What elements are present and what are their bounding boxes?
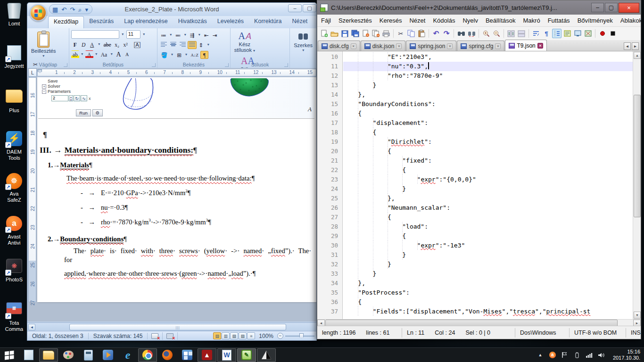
scroll-up-arrow[interactable]: ▲ [634, 52, 641, 59]
office-button[interactable] [30, 4, 47, 21]
find-button[interactable]: Szerkes ▾ [292, 30, 314, 53]
tab-scroll-left-arrow[interactable]: ◄ [624, 42, 631, 50]
web-layout-view-button[interactable]: ▧ [230, 332, 238, 339]
zoom-level[interactable]: 100% [255, 333, 277, 339]
change-case-dropdown-icon[interactable]: ▾ [109, 50, 114, 58]
numbering-button[interactable]: ≕ [174, 31, 182, 39]
word-wrap-icon[interactable] [531, 29, 541, 38]
draft-view-button[interactable]: ≡ [247, 332, 255, 339]
menu-f-jl[interactable]: Fájl [317, 15, 335, 26]
ribbon-tab-n-zet[interactable]: Nézet [287, 16, 313, 28]
menu-futtat-s[interactable]: Futtatás [544, 15, 574, 26]
npp-maximize-button[interactable]: ▢ [605, 3, 618, 12]
sort-button[interactable]: A↓Z [190, 51, 200, 59]
npp-vertical-scrollbar[interactable]: ▲ ▼ [633, 51, 641, 319]
npp-titlebar[interactable]: C:\Users\Bereczki\Documents\Feel++2\Doku… [317, 0, 641, 15]
document-area[interactable]: 161718192021222324252627 Save+Solver−Par… [27, 77, 316, 321]
taskbar-calc-shortcut[interactable] [79, 348, 98, 362]
zoom-slider-handle[interactable] [299, 333, 304, 339]
desktop-icon-avast[interactable]: a↗Avast Antivi [1, 215, 27, 246]
highlight-dropdown-icon[interactable]: ▾ [80, 50, 85, 58]
strikethrough-button[interactable]: abe [102, 41, 113, 49]
font-dialog-launcher[interactable] [152, 63, 156, 67]
desktop-icon-recycle[interactable]: Lomt [1, 3, 27, 27]
close-all-icon[interactable] [371, 29, 380, 38]
npp-vscroll-thumb[interactable] [634, 95, 641, 217]
scroll-down-arrow[interactable]: ▼ [634, 312, 641, 319]
insert-mode[interactable]: INS [626, 328, 644, 337]
ribbon-tab-lap-elrendez-se[interactable]: Lap elrendezése [119, 16, 173, 28]
text-highlight-button[interactable]: ab [71, 50, 79, 58]
macro-stop-icon[interactable] [608, 29, 618, 38]
document-page[interactable]: Save+Solver−Parameters 2 ▴▾ ↻ ∿ x Run ⚙ [37, 77, 316, 302]
tab-close-icon[interactable]: × [447, 43, 453, 49]
scroll-left-arrow[interactable]: ◄ [28, 324, 35, 330]
npp-tab-spring-cfg[interactable]: spring.cfg× [457, 41, 504, 51]
start-button[interactable] [0, 348, 19, 362]
npp-editor[interactable]: 1011121314151617181920212223242526272829… [317, 51, 641, 319]
italic-button[interactable]: D [80, 41, 88, 49]
word-hscroll-thumb[interactable]: ||| [69, 324, 286, 330]
bullets-button[interactable]: ≔ [159, 31, 168, 39]
fullscreen-view-button[interactable]: ▥ [222, 332, 230, 339]
taskbar-clock[interactable]: 15:162017.10.30. [610, 349, 640, 361]
desktop-icon-totalcmd[interactable]: ≣↗Tota Comma [1, 300, 27, 332]
new-file-icon[interactable] [319, 29, 329, 38]
open-folder-icon[interactable] [330, 29, 339, 38]
ribbon-tab-levelez-s[interactable]: Levelezés [212, 16, 249, 28]
paste-button[interactable]: Beillesztés ▾ [29, 30, 58, 59]
zoom-in-icon[interactable] [481, 29, 491, 38]
menu-nyelv[interactable]: Nyelv [459, 15, 482, 26]
ribbon-tab-korrekt-ra[interactable]: Korrektúra [249, 16, 287, 28]
line-spacing-button[interactable]: ⇕ [197, 41, 205, 49]
spellcheck-status[interactable] [148, 332, 163, 340]
tray-expand-icon[interactable]: ▲ [537, 351, 544, 359]
taskbar-firefox-shortcut[interactable] [158, 348, 177, 362]
flag-icon[interactable] [561, 351, 569, 359]
word-maximize-button[interactable]: ▢ [303, 4, 316, 12]
paragraph-dialog-launcher[interactable] [225, 63, 229, 67]
macro-status[interactable] [163, 332, 178, 340]
bold-button[interactable]: F [71, 41, 79, 49]
quick-styles-button[interactable]: A𝘈 Készstílusok ▾ [232, 30, 257, 55]
clear-formatting-button[interactable]: 🄰 [133, 41, 142, 49]
replace-icon[interactable] [467, 29, 476, 38]
word-minimize-button[interactable]: – [288, 4, 302, 12]
font-color-dropdown-icon[interactable]: ▾ [94, 50, 99, 58]
save-icon[interactable] [340, 29, 349, 38]
increase-indent-button[interactable]: ⇥ [211, 31, 219, 39]
borders-button[interactable]: ⊞ [175, 51, 183, 59]
npp-minimize-button[interactable]: – [591, 3, 604, 12]
indent-guide-icon[interactable] [552, 29, 561, 38]
desktop-icon-photoscape[interactable]: ❋↗PhotoS [1, 257, 27, 283]
sync-h-icon[interactable] [517, 29, 526, 38]
taskbar-notepad-shortcut[interactable] [19, 348, 38, 362]
power-icon[interactable] [573, 351, 581, 359]
font-color-button[interactable]: A [85, 50, 93, 58]
function-list-icon[interactable] [562, 29, 572, 38]
print-icon[interactable] [381, 29, 391, 38]
menu-b-v-tm-nyek[interactable]: Bővítmények [574, 15, 617, 26]
font-name-dropdown-icon[interactable]: ▾ [120, 30, 125, 39]
encoding[interactable]: UTF-8 w/o BOM [570, 328, 626, 337]
word-count[interactable]: Szavak száma: 145 [89, 333, 148, 339]
menu-szerkeszt-s[interactable]: Szerkesztés [335, 15, 376, 26]
desktop-icon-daemon[interactable]: ⚡↗DAEM Tools [1, 130, 27, 161]
taskbar-word-window[interactable]: W [217, 348, 236, 362]
underline-dropdown-icon[interactable]: ▾ [97, 40, 102, 49]
outline-view-button[interactable]: ▨ [239, 332, 247, 339]
styles-dialog-launcher[interactable] [284, 63, 288, 67]
menu-ablakok[interactable]: Ablakok [617, 15, 644, 26]
doc-map-icon[interactable] [583, 29, 593, 38]
taskbar-chrome-window[interactable] [138, 348, 157, 362]
decrease-indent-button[interactable]: ⇤ [202, 31, 210, 39]
volume-icon[interactable] [598, 351, 605, 359]
shrink-font-button[interactable]: A [123, 50, 131, 58]
npp-tab-disk-json[interactable]: disk.json× [361, 41, 406, 51]
ribbon-tab-fejleszt-eszk-z-k[interactable]: Fejlesztőeszközök [313, 16, 317, 28]
menu-keres-s[interactable]: Keresés [376, 15, 406, 26]
font-name-input[interactable] [71, 30, 119, 39]
justify-button[interactable] [188, 41, 197, 49]
taskbar-wmp-shortcut[interactable] [99, 348, 117, 362]
font-size-dropdown-icon[interactable]: ▾ [141, 30, 147, 39]
